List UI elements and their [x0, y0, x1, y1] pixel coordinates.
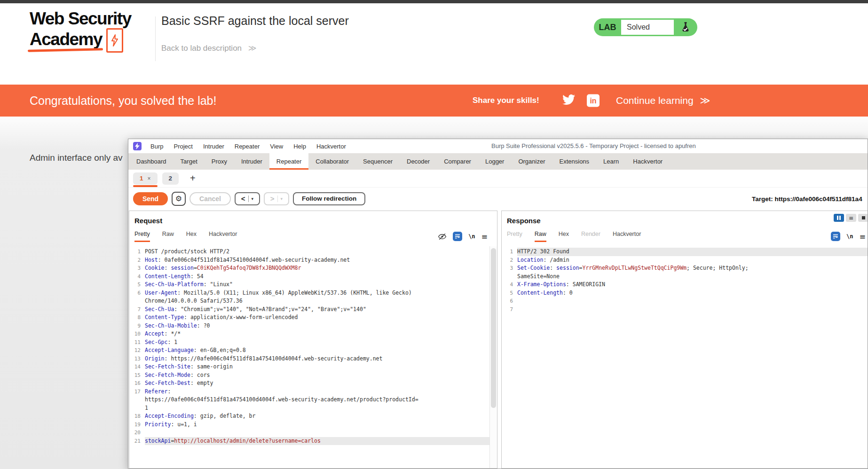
response-tab-pretty[interactable]: Pretty	[507, 231, 522, 242]
request-tab-hackvertor[interactable]: Hackvertor	[209, 231, 237, 242]
soft-wrap-icon[interactable]	[831, 232, 840, 241]
repeater-tab-1-label: 1	[140, 175, 143, 182]
message-panes: Request PrettyRawHexHackvertor \n ≡ 1POS…	[129, 211, 868, 469]
line-number: 1	[129, 248, 145, 256]
burp-suite-window: BurpProjectIntruderRepeaterViewHelpHackv…	[128, 139, 868, 469]
request-tab-pretty[interactable]: Pretty	[134, 231, 150, 242]
repeater-tab-1[interactable]: 1 ×	[133, 172, 158, 185]
editor-menu-icon[interactable]: ≡	[859, 232, 865, 241]
soft-wrap-icon[interactable]	[453, 232, 462, 241]
menu-project[interactable]: Project	[168, 143, 197, 150]
response-tab-render[interactable]: Render	[581, 231, 600, 242]
response-tab-hex[interactable]: Hex	[559, 231, 569, 242]
line-number: 21	[129, 437, 145, 446]
request-tab-hex[interactable]: Hex	[186, 231, 197, 242]
menu-intruder[interactable]: Intruder	[198, 143, 229, 150]
menu-view[interactable]: View	[265, 143, 288, 150]
cancel-button[interactable]: Cancel	[189, 192, 231, 205]
request-line-text: Sec-Fetch-Site: same-origin	[145, 363, 490, 371]
response-line-text: SameSite=None	[517, 273, 868, 281]
request-line-text: User-Agent: Mozilla/5.0 (X11; Linux x86_…	[145, 289, 490, 297]
layout-single-button[interactable]	[858, 214, 868, 222]
line-number: 16	[129, 379, 145, 388]
show-newlines-icon[interactable]: \n	[846, 233, 853, 240]
line-number: 18	[129, 412, 145, 421]
request-line: 6User-Agent: Mozilla/5.0 (X11; Linux x86…	[129, 289, 490, 297]
tab-repeater[interactable]: Repeater	[269, 153, 308, 170]
response-editor[interactable]: 1HTTP/2 302 Found2Location: /admin3Set-C…	[502, 246, 868, 468]
response-line-text: Location: /admin	[517, 256, 868, 265]
menu-hackvertor[interactable]: Hackvertor	[311, 143, 351, 150]
tab-sequencer[interactable]: Sequencer	[356, 153, 400, 170]
request-editor[interactable]: 1POST /product/stock HTTP/22Host: 0afe00…	[129, 246, 490, 468]
settings-button[interactable]: ⚙	[172, 192, 186, 206]
repeater-tab-2-label: 2	[169, 175, 173, 182]
linkedin-icon[interactable]: in	[587, 94, 600, 107]
menu-repeater[interactable]: Repeater	[229, 143, 265, 150]
request-line: 11Sec-Gpc: 1	[129, 338, 490, 347]
request-line-text: Sec-Ch-Ua-Mobile: ?0	[145, 322, 490, 330]
tab-extensions[interactable]: Extensions	[552, 153, 597, 170]
tab-logger[interactable]: Logger	[478, 153, 511, 170]
request-tab-raw[interactable]: Raw	[162, 231, 174, 242]
request-pane: Request PrettyRawHexHackvertor \n ≡ 1POS…	[129, 211, 497, 469]
editor-menu-icon[interactable]: ≡	[481, 232, 488, 241]
new-tab-button[interactable]: +	[190, 173, 196, 184]
response-line: 4X-Frame-Options: SAMEORIGIN	[502, 281, 868, 289]
main-tab-bar: DashboardTargetProxyIntruderRepeaterColl…	[128, 153, 868, 170]
response-tab-raw[interactable]: Raw	[535, 231, 546, 242]
back-to-lab-description-link[interactable]: Back to lab description ≫	[161, 43, 257, 53]
send-button[interactable]: Send	[133, 192, 168, 205]
top-border-bar	[0, 0, 868, 3]
response-line-text: X-Frame-Options: SAMEORIGIN	[517, 281, 868, 289]
tab-comparer[interactable]: Comparer	[437, 153, 478, 170]
web-security-academy-logo[interactable]: Web Security Academy	[30, 10, 131, 49]
response-line-text: Content-Length: 0	[517, 289, 868, 297]
line-number: 13	[129, 355, 145, 363]
tab-hackvertor[interactable]: Hackvertor	[626, 153, 670, 170]
menu-help[interactable]: Help	[288, 143, 311, 150]
tab-decoder[interactable]: Decoder	[400, 153, 437, 170]
response-tab-hackvertor[interactable]: Hackvertor	[613, 231, 641, 242]
request-line: 15Sec-Fetch-Mode: cors	[129, 371, 490, 380]
request-scrollbar-thumb[interactable]	[491, 248, 496, 408]
request-line: Chrome/140.0.0.0 Safari/537.36	[129, 297, 490, 305]
line-number: 8	[129, 313, 145, 322]
request-line-text: Host: 0afe006c04f511df81a4754100d4004f.w…	[145, 256, 490, 265]
request-line: 20	[129, 429, 490, 437]
menu-burp[interactable]: Burp	[145, 143, 168, 150]
request-editor-icons: \n ≡	[438, 232, 488, 241]
show-newlines-icon[interactable]: \n	[468, 233, 475, 240]
back-button[interactable]: < ▾	[235, 192, 260, 205]
repeater-tab-2[interactable]: 2	[162, 172, 179, 185]
response-line: 3Set-Cookie: session=YrrGMneRvDpLTLwNgSt…	[502, 264, 868, 273]
tab-learn[interactable]: Learn	[596, 153, 626, 170]
tab-dashboard[interactable]: Dashboard	[129, 153, 174, 170]
eye-slash-icon[interactable]	[438, 233, 447, 241]
close-tab-icon[interactable]: ×	[148, 175, 151, 182]
layout-rows-button[interactable]: ≡	[846, 214, 856, 222]
chevron-right-icon: ≫	[248, 44, 257, 53]
line-number: 20	[129, 429, 145, 437]
request-scrollbar[interactable]	[489, 246, 497, 468]
follow-redirection-button[interactable]: Follow redirection	[293, 192, 365, 205]
tab-intruder[interactable]: Intruder	[234, 153, 269, 170]
tab-proxy[interactable]: Proxy	[205, 153, 234, 170]
repeater-tab-row: 1 × 2 +	[128, 170, 868, 188]
line-number: 17	[129, 388, 145, 396]
response-line: 6	[502, 297, 868, 305]
line-number: 5	[502, 289, 517, 297]
button-divider	[277, 195, 278, 202]
tab-collaborator[interactable]: Collaborator	[308, 153, 356, 170]
tab-organizer[interactable]: Organizer	[511, 153, 552, 170]
twitter-icon[interactable]	[562, 94, 575, 107]
tab-target[interactable]: Target	[174, 153, 205, 170]
forward-button[interactable]: > ▾	[264, 192, 289, 205]
line-number	[129, 297, 145, 305]
request-line: 14Sec-Fetch-Site: same-origin	[129, 363, 490, 371]
layout-columns-button[interactable]	[834, 214, 844, 222]
request-line-text: Sec-Ch-Ua: "Chromium";v="140", "Not=A?Br…	[145, 305, 490, 314]
request-line-text: POST /product/stock HTTP/2	[145, 248, 490, 256]
share-skills-label: Share your skills!	[473, 96, 539, 105]
continue-learning-link[interactable]: Continue learning ≫	[616, 95, 710, 106]
